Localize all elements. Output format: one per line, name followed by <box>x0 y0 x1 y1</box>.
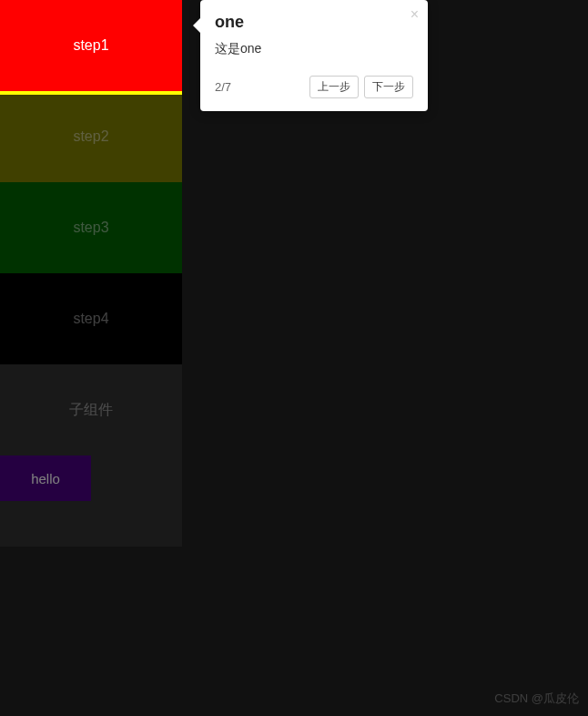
tooltip-footer: 2/7 上一步 下一步 <box>215 76 413 98</box>
step-counter: 2/7 <box>215 80 231 94</box>
tour-tooltip: × one 这是one 2/7 上一步 下一步 <box>200 0 428 111</box>
step-label: step1 <box>73 37 108 54</box>
dim-overlay-sidebar <box>0 95 182 547</box>
prev-button[interactable]: 上一步 <box>309 76 359 98</box>
dim-overlay-bottom <box>0 547 182 716</box>
step-box-1[interactable]: step1 <box>0 0 182 91</box>
tooltip-title: one <box>215 13 413 32</box>
close-icon[interactable]: × <box>411 7 419 22</box>
next-button[interactable]: 下一步 <box>364 76 413 98</box>
tooltip-buttons: 上一步 下一步 <box>309 76 413 98</box>
tooltip-content: 这是one <box>215 41 413 57</box>
